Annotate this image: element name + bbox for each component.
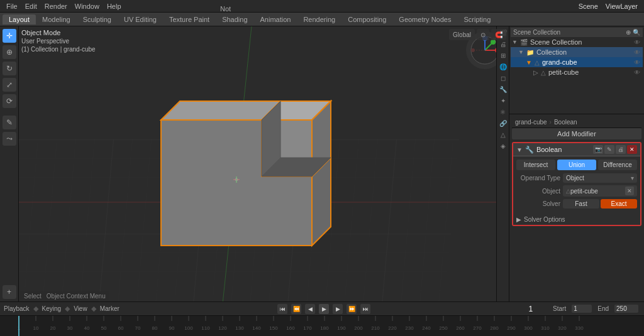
menu-render[interactable]: Render [41, 3, 71, 10]
jump-to-end-btn[interactable]: ⏭ [360, 304, 370, 314]
view-layer-name[interactable]: ViewLayer [602, 3, 641, 10]
svg-text:230: 230 [405, 325, 414, 331]
3d-object-cube [136, 70, 350, 258]
tool-annotate[interactable]: ✎ [3, 116, 16, 129]
tab-scripting[interactable]: Scripting [457, 14, 497, 24]
viewport-snap[interactable]: 🧲 [491, 29, 506, 40]
tool-transform[interactable]: ⟳ [3, 94, 16, 108]
svg-text:270: 270 [473, 325, 482, 331]
outliner-petit-cube[interactable]: ▷ △ petit-cube 👁 [511, 67, 643, 77]
props-icon-material[interactable]: ◈ [498, 141, 508, 151]
view-menu[interactable]: View [74, 305, 87, 312]
object-value-field[interactable]: △ petit-cube ✕ [563, 185, 637, 197]
modifier-icon-edit[interactable]: ✎ [604, 145, 614, 154]
play-btn[interactable]: ▶ [319, 304, 329, 314]
op-btn-intersect[interactable]: Intersect [516, 160, 555, 170]
viewport-proportional[interactable]: ⊙ [477, 29, 489, 40]
tab-rendering[interactable]: Rendering [297, 14, 341, 24]
object-row: Object △ petit-cube ✕ [516, 185, 637, 197]
prev-frame-btn[interactable]: ◀ [305, 304, 315, 314]
viewport-3d[interactable]: Object Mode User Perspective (1) Collect… [19, 26, 509, 301]
outliner-grand-cube[interactable]: ▼ △ grand-cube 👁 [511, 57, 643, 67]
solver-btn-exact[interactable]: Exact [601, 199, 637, 209]
tab-compositing[interactable]: Compositing [341, 14, 392, 24]
outliner-filter-icon[interactable]: ⊕ [626, 29, 631, 36]
outliner-search-icon[interactable]: 🔍 [633, 29, 640, 36]
marker-menu[interactable]: Marker [100, 305, 119, 312]
scene-name[interactable]: Scene [575, 3, 602, 10]
end-frame-input[interactable]: 250 [614, 305, 638, 313]
tab-uv-editing[interactable]: UV Editing [118, 14, 163, 24]
prev-keyframe-btn[interactable]: ⏪ [291, 304, 301, 314]
op-btn-difference[interactable]: Difference [598, 160, 637, 170]
tab-animation[interactable]: Animation [254, 14, 297, 24]
props-icon-physics[interactable]: ⚛ [498, 107, 508, 117]
op-btn-union[interactable]: Union [557, 160, 596, 170]
start-frame-input[interactable]: 1 [572, 305, 592, 313]
tool-move[interactable]: ⊕ [3, 45, 16, 59]
modifier-expand-toggle[interactable]: ▼ [516, 146, 523, 153]
modifier-icon-render[interactable]: 🖨 [616, 145, 626, 154]
modifier-name[interactable]: Boolean [536, 146, 591, 153]
object-clear-button[interactable]: ✕ [625, 187, 634, 195]
operand-type-row: Operand Type Object ▾ [516, 173, 637, 183]
menu-window[interactable]: Window [71, 3, 103, 10]
grand-cube-mesh-icon: △ [535, 59, 540, 66]
operand-type-text: Object [566, 175, 584, 182]
modifier-icon-cam[interactable]: 📷 [593, 145, 603, 154]
next-frame-btn[interactable]: ▶ [333, 304, 343, 314]
props-icon-world[interactable]: 🌐 [498, 62, 508, 72]
tool-add[interactable]: + [3, 285, 16, 299]
solver-btn-fast[interactable]: Fast [563, 199, 599, 209]
outliner-scene-icon: 🎬 [520, 39, 528, 46]
outliner-visibility-icon[interactable]: 👁 [634, 39, 640, 46]
svg-text:190: 190 [337, 325, 346, 331]
playback-menu[interactable]: Playback [4, 305, 30, 312]
props-icon-data[interactable]: △ [498, 129, 508, 139]
tool-measure[interactable]: ⤳ [3, 132, 16, 146]
props-icon-view-layer[interactable]: ⊞ [498, 50, 508, 60]
petit-cube-label: petit-cube [548, 68, 579, 76]
grand-cube-visibility[interactable]: 👁 [634, 59, 640, 66]
svg-text:110: 110 [201, 325, 210, 331]
outliner-scene-collection[interactable]: ▼ 🎬 Scene Collection 👁 [511, 37, 643, 47]
timeline[interactable]: 1 10 20 30 40 50 60 70 80 90 [0, 316, 644, 336]
current-frame-display: 1 [528, 305, 533, 313]
props-icon-object[interactable]: ◻ [498, 73, 508, 83]
menu-file[interactable]: File [3, 3, 21, 10]
tab-sculpting[interactable]: Sculpting [77, 14, 118, 24]
collection-visibility[interactable]: 👁 [634, 49, 640, 56]
props-icon-modifier[interactable]: 🔧 [498, 84, 508, 94]
solver-options-toggle[interactable]: ▶ Solver Options [513, 214, 640, 225]
tool-scale[interactable]: ⤢ [3, 78, 16, 92]
next-keyframe-btn[interactable]: ⏩ [347, 304, 357, 314]
tab-layout[interactable]: Layout [3, 14, 36, 24]
grand-cube-icon: ▼ [526, 59, 532, 66]
menu-edit[interactable]: Edit [21, 3, 41, 10]
petit-cube-visibility[interactable]: 👁 [634, 69, 640, 76]
svg-text:80: 80 [152, 325, 158, 331]
tab-modeling[interactable]: Modeling [36, 14, 77, 24]
keying-menu[interactable]: Keying [42, 305, 62, 312]
add-modifier-button[interactable]: Add Modifier [512, 128, 641, 139]
outliner-expand-icon: ▼ [512, 39, 518, 45]
tab-texture-paint[interactable]: Texture Paint [163, 14, 216, 24]
collection-expand-icon: ▼ [518, 49, 524, 55]
props-icon-constraints[interactable]: 🔗 [498, 118, 508, 128]
tool-cursor[interactable]: ✛ [3, 29, 16, 43]
props-path-modifier[interactable]: Boolean [554, 119, 577, 126]
jump-to-start-btn[interactable]: ⏮ [277, 304, 287, 314]
props-icon-particles[interactable]: ✦ [498, 95, 508, 106]
tool-rotate[interactable]: ↻ [3, 62, 16, 75]
props-path-object[interactable]: grand-cube [515, 119, 547, 126]
menu-help[interactable]: Help [103, 3, 125, 10]
operand-type-value[interactable]: Object ▾ [563, 173, 637, 183]
svg-text:120: 120 [218, 325, 227, 331]
props-icon-output[interactable]: 🖨 [498, 39, 508, 49]
modifier-close-button[interactable]: ✕ [627, 145, 637, 154]
tab-shading[interactable]: Shading [216, 14, 253, 24]
viewport-transform-dropdown[interactable]: Global [449, 29, 475, 40]
tab-geometry-nodes[interactable]: Geometry Nodes [392, 14, 457, 24]
viewport-mode[interactable]: Object Mode [21, 29, 96, 36]
outliner-collection[interactable]: ▼ 📁 Collection 👁 [511, 47, 643, 57]
